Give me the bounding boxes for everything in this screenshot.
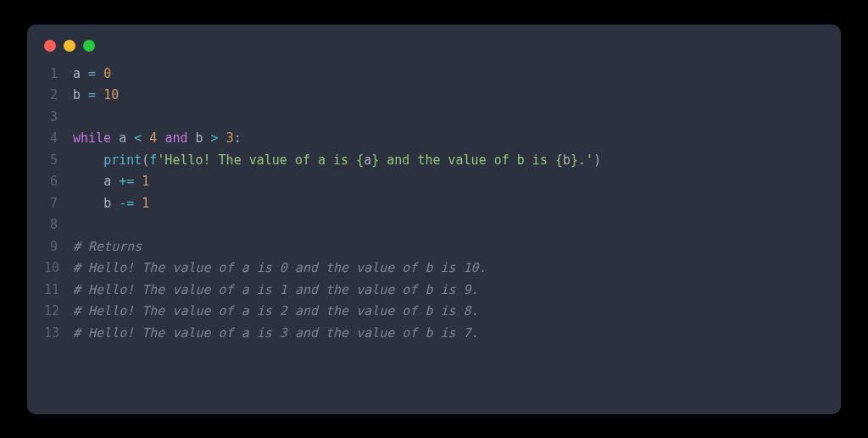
code-line: 2 b = 10 [44,85,824,107]
code-line: 7 b -= 1 [44,193,824,215]
line-number: 8 [44,214,73,236]
code-window: 1 a = 0 2 b = 10 3 4 while a < 4 and b >… [27,25,841,414]
line-number: 11 [44,280,73,302]
line-number: 3 [44,107,73,129]
line-number: 7 [44,193,73,215]
code-editor: 1 a = 0 2 b = 10 3 4 while a < 4 and b >… [27,52,841,362]
minimize-icon[interactable] [64,40,75,52]
code-line: 8 [44,214,824,236]
code-line: 6 a += 1 [44,171,824,193]
code-line: 13 # Hello! The value of a is 3 and the … [44,323,824,345]
code-line: 4 while a < 4 and b > 3: [44,128,824,150]
line-number: 10 [44,258,73,280]
line-number: 9 [44,236,73,258]
line-number: 13 [44,323,73,345]
line-number: 2 [44,85,73,107]
code-content: # Hello! The value of a is 0 and the val… [73,258,487,280]
code-content: b -= 1 [73,193,149,215]
code-content [73,214,81,236]
code-line: 1 a = 0 [44,64,824,86]
code-content: b = 10 [73,85,119,107]
code-line: 9 # Returns [44,236,824,258]
line-number: 1 [44,64,73,86]
code-content: # Hello! The value of a is 1 and the val… [73,280,479,302]
line-number: 6 [44,171,73,193]
code-content [73,107,81,129]
line-number: 12 [44,301,73,323]
code-content: while a < 4 and b > 3: [73,128,242,150]
window-titlebar [27,25,841,52]
line-number: 5 [44,150,73,172]
line-number: 4 [44,128,73,150]
code-line: 3 [44,107,824,129]
code-content: a += 1 [73,171,149,193]
code-content: a = 0 [73,64,111,86]
code-line: 10 # Hello! The value of a is 0 and the … [44,258,824,280]
code-line: 12 # Hello! The value of a is 2 and the … [44,301,824,323]
code-content: # Returns [73,236,142,258]
code-line: 5 print(f'Hello! The value of a is {a} a… [44,150,824,172]
zoom-icon[interactable] [83,40,95,52]
code-content: # Hello! The value of a is 3 and the val… [73,323,479,345]
close-icon[interactable] [44,40,56,52]
code-content: # Hello! The value of a is 2 and the val… [73,301,479,323]
code-content: print(f'Hello! The value of a is {a} and… [73,150,601,172]
code-line: 11 # Hello! The value of a is 1 and the … [44,280,824,302]
